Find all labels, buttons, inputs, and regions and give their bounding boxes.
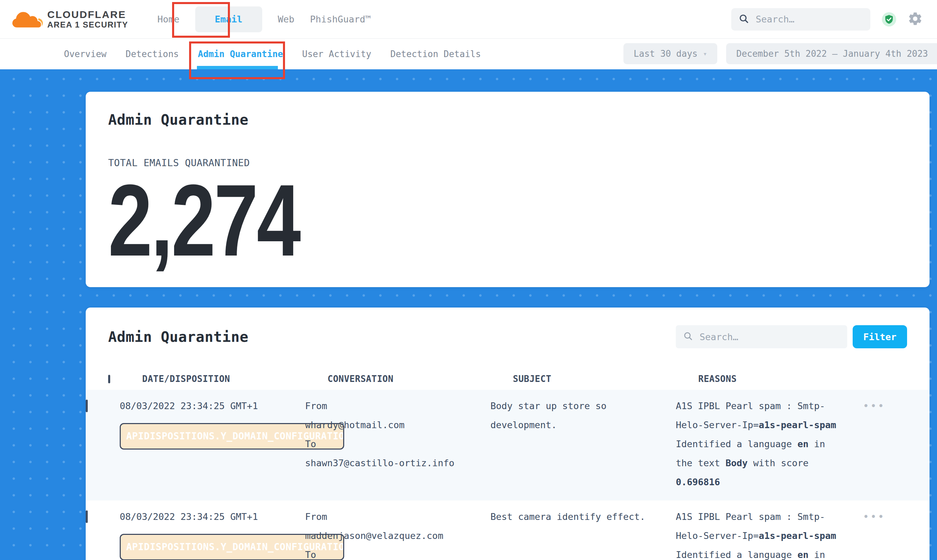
table-row: 08/03/2022 23:34:25 GMT+1 APIDISPOSITION… [86, 390, 929, 500]
table-search-input[interactable] [699, 331, 840, 343]
to-label: To [305, 435, 491, 454]
cloudflare-logo: CLOUDFLARE AREA 1 SECURITY [12, 9, 128, 30]
time-range-label: Last 30 days [634, 49, 698, 59]
column-header-conversation: CONVERSATION [327, 374, 513, 384]
table-row: 08/03/2022 23:34:25 GMT+1 APIDISPOSITION… [86, 500, 929, 560]
cell-conversation: From whardy@hotmail.com To shawn37@casti… [305, 397, 491, 492]
cell-subject: Best camera identify effect. [491, 507, 676, 560]
cell-reasons: A1S IPBL Pearl spam : Smtp-Helo-Server-I… [676, 397, 853, 492]
brand-name: CLOUDFLARE [47, 9, 128, 20]
global-search[interactable] [731, 8, 870, 31]
summary-card-title: Admin Quarantine [108, 111, 907, 128]
search-icon [683, 331, 693, 342]
brand-subtitle: AREA 1 SECURITY [47, 20, 128, 29]
from-address: whardy@hotmail.com [305, 415, 491, 435]
cell-subject: Body star up store so development. [491, 397, 676, 492]
protection-status-badge[interactable] [882, 12, 896, 26]
tab-user-activity[interactable]: User Activity [302, 38, 371, 69]
table-card-title: Admin Quarantine [108, 329, 249, 345]
global-search-input[interactable] [755, 14, 863, 25]
total-emails-value: 2,274 [108, 169, 299, 271]
quarantine-table-card: Admin Quarantine Filter DATE/DISPOSITION… [86, 308, 929, 560]
column-header-date-disposition: DATE/DISPOSITION [142, 374, 327, 384]
date-range-display[interactable]: December 5th 2022 — January 4th 2023 [726, 43, 937, 64]
row-checkbox[interactable] [86, 511, 88, 523]
row-actions-ellipsis-icon[interactable]: ••• [863, 400, 885, 412]
cell-reasons: A1S IPBL Pearl spam : Smtp-Helo-Server-I… [676, 507, 853, 560]
from-label: From [305, 397, 491, 415]
search-icon [739, 14, 749, 25]
table-header-row: DATE/DISPOSITION CONVERSATION SUBJECT RE… [86, 368, 929, 390]
row-checkbox[interactable] [86, 400, 88, 412]
select-all-checkbox[interactable] [108, 375, 110, 383]
cell-conversation: From maddenjason@velazquez.com To bradle… [305, 507, 491, 560]
column-header-reasons: REASONS [698, 374, 875, 384]
tab-overview[interactable]: Overview [64, 38, 107, 69]
cloudflare-cloud-icon [12, 9, 43, 30]
row-actions-ellipsis-icon[interactable]: ••• [863, 511, 885, 523]
quarantine-summary-card: Admin Quarantine TOTAL EMAILS QUARANTINE… [86, 92, 929, 287]
to-address: shawn37@castillo-ortiz.info [305, 454, 491, 473]
annotation-box-email [172, 2, 230, 38]
to-label: To [305, 545, 491, 560]
cell-date-disposition: 08/03/2022 23:34:25 GMT+1 APIDISPOSITION… [120, 397, 305, 492]
from-address: maddenjason@velazquez.com [305, 526, 491, 545]
row-date: 08/03/2022 23:34:25 GMT+1 [120, 507, 305, 526]
tab-detection-details[interactable]: Detection Details [391, 38, 481, 69]
app-header: CLOUDFLARE AREA 1 SECURITY Home Email We… [0, 0, 937, 39]
cell-date-disposition: 08/03/2022 23:34:25 GMT+1 APIDISPOSITION… [120, 507, 305, 560]
settings-gear-icon[interactable] [908, 11, 923, 28]
email-section-nav: Overview Detections Admin Quarantine Use… [0, 38, 937, 69]
date-range-text: December 5th 2022 — January 4th 2023 [736, 49, 928, 59]
nav-item-phishguard[interactable]: PhishGuard™ [310, 14, 371, 25]
row-date: 08/03/2022 23:34:25 GMT+1 [120, 397, 305, 415]
chevron-down-icon: ▾ [703, 49, 707, 58]
from-label: From [305, 507, 491, 526]
annotation-box-admin-quarantine [189, 42, 285, 79]
shield-check-icon [884, 15, 894, 24]
time-range-dropdown[interactable]: Last 30 days ▾ [624, 43, 717, 64]
tab-detections[interactable]: Detections [125, 38, 179, 69]
nav-item-web[interactable]: Web [278, 14, 295, 25]
column-header-subject: SUBJECT [513, 374, 698, 384]
filter-button[interactable]: Filter [853, 325, 907, 348]
table-search[interactable] [676, 325, 847, 348]
